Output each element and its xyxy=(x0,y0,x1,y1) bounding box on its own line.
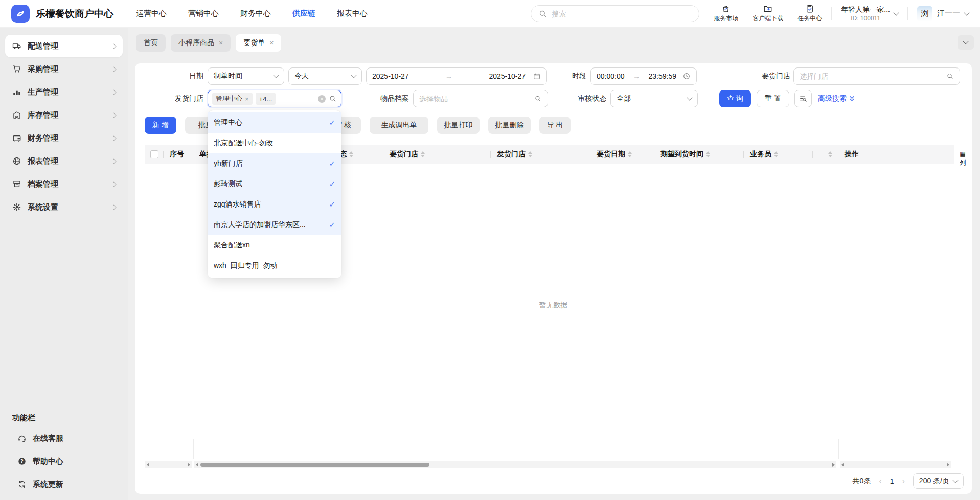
col-ship-store[interactable]: 发货门店 xyxy=(491,145,590,164)
nav-item-reports[interactable]: 报表中心 xyxy=(337,9,368,18)
dropdown-option[interactable]: 南京大学店的加盟店华东区... ✓ xyxy=(208,215,341,235)
generate-transfer-button[interactable]: 生成调出单 xyxy=(370,117,428,134)
client-download-link[interactable]: 客户端下载 xyxy=(753,4,783,23)
warehouse-icon xyxy=(12,110,21,120)
col-expected-arrival[interactable]: 期望到货时间 xyxy=(654,145,744,164)
sidebar-item-purchase[interactable]: 采购管理 xyxy=(5,58,123,80)
sidebar-item-online-service[interactable]: 在线客服 xyxy=(10,427,118,449)
sidebar-item-help-center[interactable]: ? 帮助中心 xyxy=(10,450,118,472)
dropdown-option[interactable]: zgq酒水销售店 ✓ xyxy=(208,194,341,215)
tab-requisition[interactable]: 要货单 × xyxy=(236,34,281,52)
prev-page-button[interactable]: ‹ xyxy=(879,476,881,486)
current-page[interactable]: 1 xyxy=(890,477,894,485)
sidebar-item-settings[interactable]: 系统设置 xyxy=(5,196,123,218)
dropdown-option[interactable]: 聚合配送xn xyxy=(208,235,341,256)
reset-button[interactable]: 重 置 xyxy=(757,90,789,107)
scrollbar-right-fixed[interactable] xyxy=(840,461,951,468)
sort-icon[interactable] xyxy=(528,151,532,157)
dropdown-option[interactable]: 彭琦测试 ✓ xyxy=(208,174,341,194)
scrollbar-left-fixed[interactable] xyxy=(145,461,192,468)
sort-icon[interactable] xyxy=(349,151,353,157)
query-button[interactable]: 查 询 xyxy=(719,90,751,107)
scroll-right-arrow-icon[interactable] xyxy=(832,463,835,467)
time-from-value[interactable]: 00:00:00 xyxy=(597,72,625,80)
nav-item-supply-chain[interactable]: 供应链 xyxy=(292,9,315,18)
dropdown-option[interactable]: 管理中心 ✓ xyxy=(208,112,341,133)
sidebar-item-inventory[interactable]: 库存管理 xyxy=(5,104,123,126)
date-to-value[interactable]: 2025-10-27 xyxy=(489,72,526,80)
user-menu[interactable]: 浏 汪一一 xyxy=(917,6,969,21)
col-req-date[interactable]: 要货日期 xyxy=(590,145,654,164)
dropdown-option[interactable]: wxh_回归专用_勿动 xyxy=(208,256,341,276)
date-from-value[interactable]: 2025-10-27 xyxy=(372,72,409,80)
scrollbar-thumb[interactable] xyxy=(200,463,429,467)
advanced-search-link[interactable]: 高级搜索 xyxy=(818,90,855,107)
time-to-value[interactable]: 23:59:59 xyxy=(649,72,677,80)
add-button[interactable]: 新 增 xyxy=(145,117,176,134)
global-search-input[interactable] xyxy=(552,10,692,18)
scroll-right-arrow-icon[interactable] xyxy=(188,463,190,467)
item-archive-input[interactable] xyxy=(413,90,548,107)
req-store-input[interactable] xyxy=(793,67,960,85)
clock-icon xyxy=(682,72,691,80)
column-settings-button[interactable]: ▦ 列 xyxy=(954,145,971,173)
col-req-store[interactable]: 要货门店 xyxy=(383,145,491,164)
nav-item-operations[interactable]: 运营中心 xyxy=(136,9,167,18)
sort-icon[interactable] xyxy=(628,151,632,157)
nav-item-finance[interactable]: 财务中心 xyxy=(240,9,271,18)
export-button[interactable]: 导 出 xyxy=(539,117,571,134)
batch-print-button[interactable]: 批量打印 xyxy=(437,117,480,134)
sort-icon[interactable] xyxy=(421,151,425,157)
select-all-checkbox[interactable] xyxy=(150,150,158,158)
close-icon[interactable]: × xyxy=(219,39,223,47)
date-range-picker[interactable]: 2025-10-27 → 2025-10-27 xyxy=(366,67,547,85)
tabs-collapse-button[interactable] xyxy=(958,35,974,50)
scroll-left-arrow-icon[interactable] xyxy=(841,463,844,467)
next-page-button[interactable]: › xyxy=(902,476,905,486)
sidebar-item-archives[interactable]: 档案管理 xyxy=(5,173,123,195)
global-search[interactable] xyxy=(531,5,699,22)
chevron-down-icon xyxy=(952,477,958,483)
col-salesman[interactable]: 业务员 xyxy=(744,145,813,164)
task-center-label: 任务中心 xyxy=(797,14,822,23)
date-preset-value: 今天 xyxy=(294,72,349,81)
tenant-switcher[interactable]: 年轻人第一家... ID: 100011 xyxy=(841,5,898,22)
col-blank[interactable] xyxy=(813,145,838,164)
nav-item-marketing[interactable]: 营销中心 xyxy=(188,9,219,18)
tab-mini-program-goods[interactable]: 小程序商品 × xyxy=(171,34,231,52)
task-center-link[interactable]: 任务中心 xyxy=(797,4,822,23)
sidebar-item-finance[interactable]: 财务管理 xyxy=(5,127,123,149)
clear-icon[interactable]: × xyxy=(318,95,326,103)
audit-status-select[interactable]: 全部 xyxy=(610,90,698,107)
date-preset-select[interactable]: 今天 xyxy=(288,67,362,85)
scroll-right-arrow-icon[interactable] xyxy=(947,463,949,467)
sidebar-item-delivery[interactable]: 配送管理 xyxy=(5,35,123,57)
tab-home[interactable]: 首页 xyxy=(136,34,166,52)
req-store-input-field[interactable] xyxy=(800,72,943,80)
sidebar-item-system-update[interactable]: 系统更新 xyxy=(10,473,118,495)
close-icon[interactable]: × xyxy=(269,39,274,47)
batch-delete-button[interactable]: 批量删除 xyxy=(488,117,531,134)
item-archive-input-field[interactable] xyxy=(419,95,531,103)
sort-icon[interactable] xyxy=(774,151,778,157)
close-icon[interactable]: × xyxy=(245,95,249,103)
store-tag[interactable]: 管理中心 × xyxy=(212,93,253,105)
scroll-left-arrow-icon[interactable] xyxy=(196,463,198,467)
filter-settings-button[interactable] xyxy=(794,90,812,107)
sort-icon[interactable] xyxy=(706,151,710,157)
tab-label: 首页 xyxy=(144,38,158,48)
sidebar-item-production[interactable]: 生产管理 xyxy=(5,81,123,103)
scroll-left-arrow-icon[interactable] xyxy=(147,463,149,467)
date-type-select[interactable]: 制单时间 xyxy=(208,67,284,85)
time-range-picker[interactable]: 00:00:00 → 23:59:59 xyxy=(590,67,697,85)
sort-icon[interactable] xyxy=(828,151,832,157)
col-seq[interactable]: 序号 xyxy=(164,145,193,164)
dropdown-option[interactable]: 北京配送中心-勿改 xyxy=(208,133,341,153)
select-all-cell xyxy=(145,145,164,164)
dropdown-option[interactable]: yh新门店 ✓ xyxy=(208,153,341,174)
scrollbar-body[interactable] xyxy=(194,461,836,468)
ship-store-multiselect[interactable]: 管理中心 × +4... × xyxy=(208,90,341,107)
service-market-link[interactable]: 服务市场 xyxy=(714,4,738,23)
sidebar-item-reports[interactable]: 报表管理 xyxy=(5,150,123,172)
page-size-select[interactable]: 200 条/页 xyxy=(913,473,964,489)
